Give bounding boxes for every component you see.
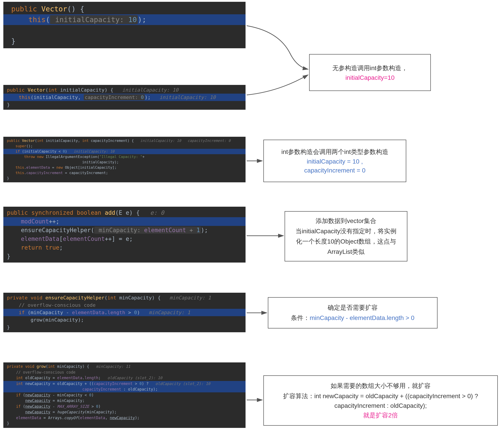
code-block-6: private void grow(int minCapacity) { min… [3,362,245,428]
code-line: int newCapacity = oldCapacity + ((capaci… [3,381,245,387]
code-line: capacityIncrement : oldCapacity); [3,386,245,392]
code-line: } [3,323,245,331]
code-line: if (newCapacity - minCapacity < 0) [3,392,245,398]
annotation-text: int参数构造会调用两个int类型参数构造 [271,148,399,156]
annotation-text: ArrayList类似 [292,248,400,256]
code-line: } [3,421,245,427]
code-line: } [3,176,245,181]
code-line: // overflow-conscious code [3,369,245,375]
code-line: public Vector() { [3,4,245,14]
annotation-text: 条件：minCapacity - elementData.length > 0 [275,314,430,322]
code-line: super(); [3,144,245,149]
code-line: } [3,252,245,261]
code-line: public Vector(int initialCapacity, int c… [3,138,245,144]
annotation-text: 如果需要的数组大小不够用，就扩容 [271,382,491,390]
annotation-text: initialCapacity=10 [316,74,424,81]
annotation-box-3: 添加数据到vector集合 当initialCapacity没有指定时，将实例 … [285,211,407,261]
annotation-box-5: 如果需要的数组大小不够用，就扩容 扩容算法：int newCapacity = … [263,375,498,426]
code-line: this( initialCapacity: 10); [3,14,245,25]
annotation-text: 化一个长度10的Object数组，这点与 [292,237,400,246]
code-line: private void grow(int minCapacity) { min… [3,364,245,369]
code-line: return true; [3,243,245,252]
arrow-2 [245,71,313,98]
annotation-box-2: int参数构造会调用两个int类型参数构造 initialCapacity = … [263,140,406,182]
code-line: public Vector(int initialCapacity) { ini… [3,86,245,94]
code-line: // overflow-conscious code [3,302,245,309]
code-line: newCapacity = minCapacity; [3,398,245,404]
code-line: this.capacityIncrement = capacityIncreme… [3,170,245,176]
code-line: newCapacity = hugeCapacity(minCapacity); [3,409,245,415]
code-block-1: public Vector() { this( initialCapacity:… [3,2,245,48]
arrow-4 [245,231,288,240]
code-line: modCount++; [3,217,245,226]
code-line: this.elementData = new Object[initialCap… [3,165,245,170]
annotation-text: initialCapacity = 10 , [271,158,399,165]
code-line: grow(minCapacity); [3,316,245,323]
annotation-text: capacityIncrement = 0 [271,167,399,174]
code-line: elementData = Arrays.copyOf(elementData,… [3,415,245,421]
code-line: } [3,101,245,108]
code-line: elementData[elementCount++] = e; [3,235,245,243]
code-line: private void ensureCapacityHelper(int mi… [3,294,245,302]
code-line: if (newCapacity - MAX_ARRAY_SIZE > 0) [3,404,245,410]
arrow-5 [245,308,270,317]
annotation-text: 添加数据到vector集合 [292,217,400,225]
annotation-box-4: 确定是否需要扩容 条件：minCapacity - elementData.le… [268,297,438,328]
code-line: int oldCapacity = elementData.length; ol… [3,375,245,381]
code-line: if (minCapacity - elementData.length > 0… [3,309,245,316]
code-line [3,25,245,36]
annotation-text: capacityIncrement : oldCapacity); [271,402,491,409]
code-line: this(initialCapacity, capacityIncrement:… [3,94,245,101]
code-block-2: public Vector(int initialCapacity) { ini… [3,85,245,110]
code-block-4: public synchronized boolean add(E e) { e… [3,207,245,263]
code-block-3: public Vector(int initialCapacity, int c… [3,137,245,182]
code-line: if (initialCapacity < 0) initialCapacity… [3,149,245,154]
annotation-text: 无参构造调用int参数构造， [316,64,424,72]
arrow-3 [245,156,266,165]
annotation-text: 扩容算法：int newCapacity = oldCapacity + ((c… [271,392,491,400]
annotation-text: 就是扩容2倍 [271,411,491,420]
annotation-box-1: 无参构造调用int参数构造， initialCapacity=10 [309,54,431,91]
arrow-1 [245,25,313,74]
code-line: ensureCapacityHelper( minCapacity: eleme… [3,226,245,235]
code-line: public synchronized boolean add(E e) { e… [3,208,245,217]
annotation-text: 确定是否需要扩容 [275,304,430,312]
code-line: initialCapacity); [3,160,245,165]
annotation-text: 当initialCapacity没有指定时，将实例 [292,227,400,236]
code-line: } [3,36,245,47]
arrow-6 [245,396,266,404]
code-line: throw new IllegalArgumentException("Ille… [3,154,245,160]
code-block-5: private void ensureCapacityHelper(int mi… [3,293,245,332]
